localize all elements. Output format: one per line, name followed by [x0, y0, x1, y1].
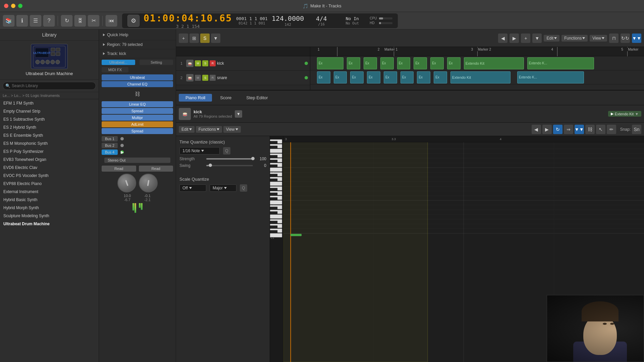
functions-dropdown[interactable]: Functions	[561, 35, 588, 42]
pr-edit-dropdown[interactable]: Edit	[179, 126, 195, 133]
cycle-button[interactable]: ↻	[61, 15, 73, 27]
list-item[interactable]: EVP88 Electric Piano	[0, 180, 99, 188]
scissors-button[interactable]: ✂	[88, 15, 100, 27]
channel-1-label[interactable]: Ultrabeat...	[102, 60, 135, 65]
channel-eq-plugin[interactable]: Channel EQ	[102, 81, 173, 87]
list-item[interactable]: EVD6 Electric Clav	[0, 164, 99, 172]
tab-step-editor[interactable]: Step Editor	[239, 94, 274, 102]
bus4-button[interactable]: Bus 4	[102, 149, 118, 155]
add-track-button[interactable]: +	[179, 34, 188, 43]
view-dropdown[interactable]: View	[590, 35, 607, 42]
region-info-section[interactable]: Region: 79 selected	[99, 40, 176, 49]
strength-thumb[interactable]	[251, 157, 255, 160]
pr-filter-button[interactable]: ▼▼	[575, 125, 584, 134]
gear-button[interactable]: ⚙	[127, 15, 140, 27]
spread1-plugin[interactable]: Spread	[102, 108, 173, 114]
track-info-section[interactable]: Track: kick	[99, 49, 176, 58]
fader-knob-1[interactable]	[117, 174, 136, 192]
channel-1-setting[interactable]: Setting	[140, 60, 173, 65]
bus2-button[interactable]: Bus 2	[102, 143, 118, 148]
quantize-q-button[interactable]: Q	[223, 147, 230, 155]
track-solo-button-2[interactable]: S	[202, 75, 208, 81]
pr-link-button[interactable]: ⛓	[585, 125, 595, 134]
stereo-out-button[interactable]: Stereo Out	[104, 158, 170, 163]
list-item[interactable]: Empty Channel Strip	[0, 107, 99, 115]
snare-block-8[interactable]: Ex	[434, 71, 447, 83]
swing-thumb[interactable]	[209, 164, 212, 167]
s-button[interactable]: S	[200, 34, 210, 43]
list-item[interactable]: Sculpture Modeling Synth	[0, 212, 99, 220]
snare-block-7[interactable]: Ex	[417, 71, 430, 83]
snare-block-6[interactable]: Ex	[400, 71, 414, 83]
pr-pointer-tool[interactable]: ↖	[596, 125, 605, 134]
zoom-add-button[interactable]: +	[521, 34, 530, 43]
help-button[interactable]: ?	[43, 15, 55, 27]
list-item[interactable]: EVOC PS Vocoder Synth	[0, 172, 99, 180]
snare-block-1[interactable]: Ex	[317, 71, 330, 83]
list-item[interactable]: EVB3 Tonewheel Organ	[0, 156, 99, 164]
list-item[interactable]: ES 2 Hybrid Synth	[0, 123, 99, 131]
kick-block-2[interactable]: Ex	[347, 57, 360, 69]
scale-key-dropdown[interactable]: Major	[210, 184, 236, 192]
list-item[interactable]: ES 1 Subtractive Synth	[0, 115, 99, 123]
bus1-button[interactable]: Bus 1	[102, 136, 118, 141]
edit-dropdown[interactable]: Edit	[544, 35, 559, 42]
list-item[interactable]: ES M Monophonic Synth	[0, 139, 99, 147]
read1-button[interactable]: Read	[102, 166, 136, 172]
list-item[interactable]: EFM 1 FM Synth	[0, 99, 99, 107]
minimize-button[interactable]	[11, 4, 15, 8]
pr-loop-button[interactable]: ↻	[553, 125, 562, 134]
snare-block-extendo[interactable]: Extendo Kit	[450, 71, 511, 83]
kick-block-extendo-2[interactable]: Extendo K...	[527, 57, 594, 69]
pr-follow-button[interactable]: ⇒	[564, 125, 573, 134]
track-solo-button[interactable]: S	[202, 60, 208, 66]
fader-knob-2[interactable]	[139, 174, 158, 192]
kick-block-5[interactable]: Ex	[397, 57, 411, 69]
library-button[interactable]: 📚	[3, 15, 15, 27]
snare-block-2[interactable]: Ex	[334, 71, 347, 83]
group-button[interactable]: ⊓	[609, 34, 619, 43]
list-button[interactable]: ☰	[30, 15, 42, 27]
kick-block-7[interactable]: Ex	[430, 57, 444, 69]
midi-fx-label[interactable]: MIDI FX	[102, 67, 128, 72]
loop-button[interactable]: ↻↻	[621, 34, 630, 43]
pr-functions-dropdown[interactable]: Functions	[196, 126, 222, 133]
list-item[interactable]: Hybrid Morph Synth	[0, 204, 99, 212]
track-expand-button[interactable]: ▼	[235, 110, 242, 118]
pr-nav-left[interactable]: ◀	[532, 125, 541, 134]
quick-help-section[interactable]: Quick Help	[99, 29, 176, 40]
kick-block-8[interactable]: Ex	[447, 57, 461, 69]
search-input[interactable]	[3, 82, 96, 90]
kick-block-4[interactable]: Ex	[380, 57, 394, 69]
mixer-button[interactable]: 🎛	[74, 15, 86, 27]
filter-button[interactable]: ▼▼	[632, 34, 641, 43]
nav-right-button[interactable]: ▶	[509, 34, 519, 43]
track-mute-button-2[interactable]: M	[195, 75, 201, 81]
ultrabeat-plugin[interactable]: Ultrabeat	[102, 74, 173, 80]
pr-snap-mode[interactable]: Sn	[632, 125, 641, 134]
kick-block-extendo[interactable]: Extendo Kit	[464, 57, 524, 69]
tab-piano-roll[interactable]: Piano Roll	[179, 94, 212, 102]
snare-block-5[interactable]: Ex	[384, 71, 397, 83]
read2-button[interactable]: Read	[139, 166, 173, 172]
track-record-button-2[interactable]: R	[210, 75, 216, 81]
list-item[interactable]: ES P Poly Synthesizer	[0, 147, 99, 156]
linear-eq-plugin[interactable]: Linear EQ	[102, 101, 173, 107]
arrow-down-button[interactable]: ▼	[211, 34, 220, 43]
strength-slider[interactable]	[206, 158, 253, 160]
zoom-control[interactable]: ▼	[532, 34, 542, 43]
snare-block-extendo-2[interactable]: Extendo K...	[517, 71, 584, 83]
rewind-button[interactable]: ⏮	[105, 15, 117, 27]
kick-block-1[interactable]: Ex	[317, 57, 344, 69]
scale-q-button[interactable]: Q	[240, 184, 247, 192]
add-region-button[interactable]: ⊞	[190, 34, 199, 43]
swing-slider[interactable]	[206, 165, 253, 166]
kick-block-6[interactable]: Ex	[414, 57, 427, 69]
snare-block-4[interactable]: Ex	[367, 71, 380, 83]
fullscreen-button[interactable]	[18, 4, 22, 8]
close-button[interactable]	[4, 4, 8, 8]
track-record-button[interactable]: R	[210, 60, 216, 66]
list-item[interactable]: ES E Ensemble Synth	[0, 131, 99, 139]
quantize-note-dropdown[interactable]: 1/16 Note	[179, 147, 220, 155]
track-mute-button[interactable]: M	[195, 60, 201, 66]
